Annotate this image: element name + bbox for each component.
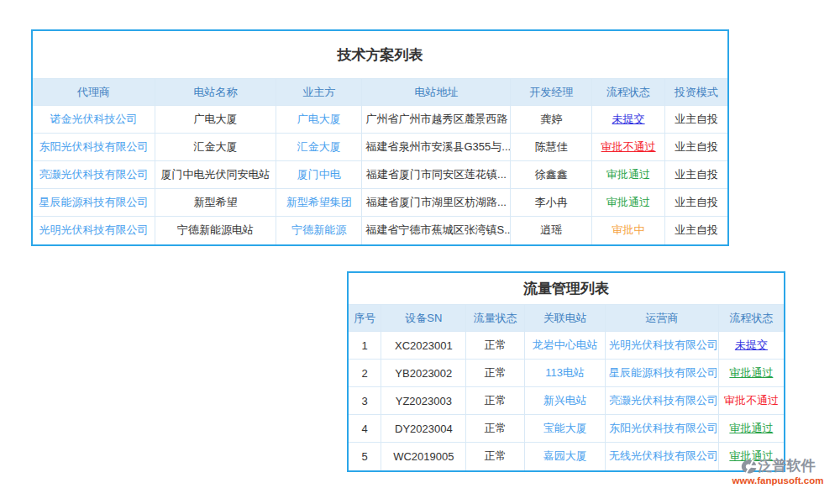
col-header-process-status: 流程状态 — [718, 305, 784, 332]
table-row: 亮灏光伏科技有限公司 厦门中电光伏同安电站 厦门中电 福建省厦门市同安区莲花镇.… — [33, 161, 727, 189]
agent-link[interactable]: 东阳光伏科技有限公司 — [39, 140, 149, 153]
flow-header-row: 序号 设备SN 流量状态 关联电站 运营商 流程状态 — [349, 305, 784, 332]
status-link[interactable]: 审批中 — [612, 223, 645, 236]
device-sn-cell: XC2023001 — [381, 332, 466, 360]
table-row: 光明光伏科技有限公司 宁德新能源电站 宁德新能源 福建省宁德市蕉城区张湾镇S..… — [33, 217, 727, 244]
linked-station-link[interactable]: 新兴电站 — [543, 394, 587, 407]
station-name-cell: 汇金大厦 — [155, 134, 276, 161]
invest-mode-cell: 业主自投 — [665, 161, 727, 189]
agent-link[interactable]: 亮灏光伏科技有限公司 — [39, 168, 149, 181]
table-row: 诺金光伏科技公司 广电大厦 广电大厦 广州省广州市越秀区麓景西路 龚婷 未提交 … — [33, 106, 727, 134]
col-header-address: 电站地址 — [362, 79, 511, 106]
flow-status-cell: 正常 — [466, 415, 525, 443]
index-cell: 3 — [349, 387, 381, 415]
watermark-url: www.fanpusoft.com — [721, 475, 835, 486]
agent-link[interactable]: 光明光伏科技有限公司 — [39, 223, 149, 236]
col-header-owner: 业主方 — [276, 79, 362, 106]
flow-status-cell: 正常 — [466, 360, 525, 387]
status-link[interactable]: 审批通过 — [729, 366, 773, 379]
station-name-cell: 新型希望 — [155, 189, 276, 217]
flow-management-table: 序号 设备SN 流量状态 关联电站 运营商 流程状态 1 XC2023001 正… — [349, 304, 784, 470]
manager-cell: 逍瑶 — [511, 217, 592, 244]
device-sn-cell: YZ2023003 — [381, 387, 466, 415]
vendor-watermark: 泛普软件 www.fanpusoft.com — [721, 459, 835, 486]
operator-link[interactable]: 光明光伏科技有限公司 — [609, 339, 718, 351]
col-header-status: 流程状态 — [592, 79, 665, 106]
manager-cell: 徐鑫鑫 — [511, 161, 592, 189]
invest-mode-cell: 业主自投 — [665, 134, 727, 161]
flow-status-cell: 正常 — [466, 332, 525, 360]
agent-link[interactable]: 诺金光伏科技公司 — [50, 113, 138, 125]
table-row: 3 YZ2023003 正常 新兴电站 亮灏光伏科技有限公司 审批不通过 — [349, 387, 784, 415]
col-header-manager: 开发经理 — [511, 79, 592, 106]
watermark-brand-text: 泛普软件 — [759, 459, 816, 475]
device-sn-cell: DY2023004 — [381, 415, 466, 443]
agent-link[interactable]: 星辰能源科技有限公司 — [39, 196, 149, 208]
address-cell: 福建省厦门市湖里区枋湖路... — [362, 189, 511, 217]
flow-status-cell: 正常 — [466, 387, 525, 415]
owner-link[interactable]: 厦门中电 — [297, 168, 341, 181]
index-cell: 5 — [349, 443, 381, 470]
linked-station-link[interactable]: 龙岩中心电站 — [533, 339, 598, 351]
station-name-cell: 广电大厦 — [155, 106, 276, 134]
invest-mode-cell: 业主自投 — [665, 189, 727, 217]
status-link[interactable]: 未提交 — [612, 113, 645, 125]
index-cell: 2 — [349, 360, 381, 387]
owner-link[interactable]: 汇金大厦 — [297, 140, 341, 153]
manager-cell: 李小冉 — [511, 189, 592, 217]
operator-link[interactable]: 星辰能源科技有限公司 — [609, 366, 718, 379]
invest-mode-cell: 业主自投 — [665, 106, 727, 134]
linked-station-link[interactable]: 嘉园大厦 — [543, 449, 587, 462]
device-sn-cell: WC2019005 — [381, 443, 466, 470]
status-link[interactable]: 审批不通过 — [724, 394, 779, 407]
operator-link[interactable]: 东阳光伏科技有限公司 — [609, 422, 718, 434]
address-cell: 福建省泉州市安溪县G355与... — [362, 134, 511, 161]
flow-status-cell: 正常 — [466, 443, 525, 470]
station-name-cell: 厦门中电光伏同安电站 — [155, 161, 276, 189]
owner-link[interactable]: 宁德新能源 — [291, 223, 346, 236]
address-cell: 广州省广州市越秀区麓景西路 — [362, 106, 511, 134]
invest-mode-cell: 业主自投 — [665, 217, 727, 244]
address-cell: 福建省宁德市蕉城区张湾镇S... — [362, 217, 511, 244]
device-sn-cell: YB2023002 — [381, 360, 466, 387]
tech-solution-table: 代理商 电站名称 业主方 电站地址 开发经理 流程状态 投资模式 诺金光伏科技公… — [33, 78, 727, 244]
status-link[interactable]: 审批不通过 — [601, 140, 656, 153]
col-header-station-name: 电站名称 — [155, 79, 276, 106]
col-header-operator: 运营商 — [606, 305, 719, 332]
status-link[interactable]: 审批通过 — [606, 196, 650, 208]
col-header-index: 序号 — [349, 305, 381, 332]
col-header-invest-mode: 投资模式 — [665, 79, 727, 106]
operator-link[interactable]: 无线光伏科技有限公司 — [609, 449, 718, 462]
linked-station-link[interactable]: 宝能大厦 — [543, 422, 587, 434]
tech-solution-title: 技术方案列表 — [33, 31, 727, 78]
tech-header-row: 代理商 电站名称 业主方 电站地址 开发经理 流程状态 投资模式 — [33, 79, 727, 106]
flow-management-title: 流量管理列表 — [349, 273, 784, 304]
station-name-cell: 宁德新能源电站 — [155, 217, 276, 244]
owner-link[interactable]: 广电大厦 — [297, 113, 341, 125]
owner-link[interactable]: 新型希望集团 — [286, 196, 352, 208]
table-row: 星辰能源科技有限公司 新型希望 新型希望集团 福建省厦门市湖里区枋湖路... 李… — [33, 189, 727, 217]
status-link[interactable]: 未提交 — [735, 339, 768, 351]
col-header-linked-station: 关联电站 — [525, 305, 606, 332]
table-row: 2 YB2023002 正常 113电站 星辰能源科技有限公司 审批通过 — [349, 360, 784, 387]
operator-link[interactable]: 亮灏光伏科技有限公司 — [609, 394, 718, 407]
col-header-agent: 代理商 — [33, 79, 155, 106]
manager-cell: 龚婷 — [511, 106, 592, 134]
flow-management-panel: 流量管理列表 序号 设备SN 流量状态 关联电站 运营商 流程状态 1 XC20… — [347, 271, 785, 472]
status-link[interactable]: 审批通过 — [606, 168, 650, 181]
status-link[interactable]: 审批通过 — [729, 422, 773, 434]
fanpu-logo-icon — [741, 459, 757, 474]
col-header-device-sn: 设备SN — [381, 305, 466, 332]
table-row: 1 XC2023001 正常 龙岩中心电站 光明光伏科技有限公司 未提交 — [349, 332, 784, 360]
address-cell: 福建省厦门市同安区莲花镇... — [362, 161, 511, 189]
table-row: 5 WC2019005 正常 嘉园大厦 无线光伏科技有限公司 审批通过 — [349, 443, 784, 470]
table-row: 4 DY2023004 正常 宝能大厦 东阳光伏科技有限公司 审批通过 — [349, 415, 784, 443]
manager-cell: 陈慧佳 — [511, 134, 592, 161]
col-header-flow-status: 流量状态 — [466, 305, 525, 332]
linked-station-link[interactable]: 113电站 — [545, 366, 585, 379]
index-cell: 4 — [349, 415, 381, 443]
index-cell: 1 — [349, 332, 381, 360]
table-row: 东阳光伏科技有限公司 汇金大厦 汇金大厦 福建省泉州市安溪县G355与... 陈… — [33, 134, 727, 161]
tech-solution-panel: 技术方案列表 代理商 电站名称 业主方 电站地址 开发经理 流程状态 投资模式 … — [31, 29, 729, 246]
